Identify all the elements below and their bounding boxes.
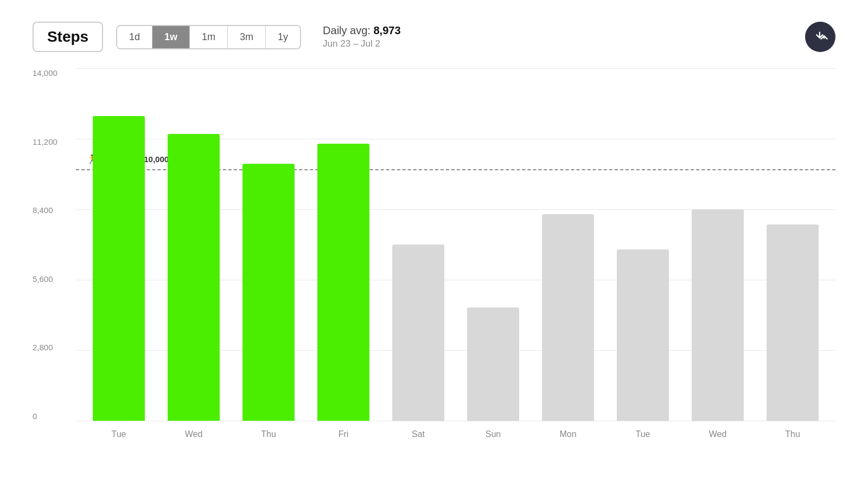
x-label-9: Thu xyxy=(760,429,825,439)
main-container: Steps 1d 1w 1m 3m 1y Daily avg: 8,973 Ju… xyxy=(0,0,868,488)
time-btn-1y[interactable]: 1y xyxy=(266,26,300,48)
x-label-6: Mon xyxy=(535,429,601,439)
bar-thu-9[interactable] xyxy=(767,224,819,421)
date-range: Jun 23 – Jul 2 xyxy=(323,38,400,49)
y-label-0: 0 xyxy=(33,412,37,421)
bar-fri-3[interactable] xyxy=(317,144,369,421)
daily-avg-line: Daily avg: 8,973 xyxy=(323,24,400,37)
collapse-button[interactable] xyxy=(805,22,835,52)
header: Steps 1d 1w 1m 3m 1y Daily avg: 8,973 Ju… xyxy=(33,22,835,52)
bar-group xyxy=(610,68,675,421)
daily-avg-label: Daily avg: xyxy=(323,24,371,36)
bar-sun-5[interactable] xyxy=(467,307,519,421)
x-label-4: Sat xyxy=(386,429,451,439)
bar-group xyxy=(236,68,301,421)
x-label-7: Tue xyxy=(610,429,675,439)
stats-panel: Daily avg: 8,973 Jun 23 – Jul 2 xyxy=(323,24,400,49)
y-axis: 14,000 11,200 8,400 5,600 2,800 0 xyxy=(33,68,71,421)
y-label-5600: 5,600 xyxy=(33,274,53,284)
bar-group xyxy=(685,68,750,421)
bar-group xyxy=(386,68,451,421)
daily-avg-value: 8,973 xyxy=(373,24,400,36)
time-selector: 1d 1w 1m 3m 1y xyxy=(116,25,301,49)
bar-group xyxy=(535,68,601,421)
x-label-1: Wed xyxy=(161,429,226,439)
y-label-2800: 2,800 xyxy=(33,343,53,352)
bar-group xyxy=(86,68,151,421)
bar-mon-6[interactable] xyxy=(542,214,594,421)
bar-group xyxy=(161,68,226,421)
x-label-3: Fri xyxy=(311,429,376,439)
chart-title: Steps xyxy=(33,22,103,52)
y-label-14000: 14,000 xyxy=(33,68,58,78)
x-label-5: Sun xyxy=(461,429,526,439)
bar-wed-1[interactable] xyxy=(168,134,220,421)
bar-tue-0[interactable] xyxy=(93,116,145,421)
time-btn-1d[interactable]: 1d xyxy=(117,26,152,48)
bar-thu-2[interactable] xyxy=(242,164,295,421)
x-label-8: Wed xyxy=(685,429,750,439)
bar-group xyxy=(760,68,825,421)
x-label-0: Tue xyxy=(86,429,151,439)
bar-group xyxy=(461,68,526,421)
time-btn-1m[interactable]: 1m xyxy=(190,26,228,48)
x-axis: TueWedThuFriSatSunMonTueWedThu xyxy=(76,421,835,448)
y-label-8400: 8,400 xyxy=(33,206,53,215)
bar-tue-7[interactable] xyxy=(617,249,669,421)
bar-wed-8[interactable] xyxy=(692,209,744,421)
time-btn-3m[interactable]: 3m xyxy=(228,26,266,48)
bars-container xyxy=(76,68,835,421)
chart-area: 14,000 11,200 8,400 5,600 2,800 0 🏃 Dail… xyxy=(33,68,835,448)
bar-group xyxy=(311,68,376,421)
x-label-2: Thu xyxy=(236,429,301,439)
chart-inner: 🏃 Daily Goal 10,000 xyxy=(76,68,835,421)
bar-sat-4[interactable] xyxy=(392,245,444,421)
y-label-11200: 11,200 xyxy=(33,137,58,146)
collapse-icon xyxy=(813,29,828,44)
time-btn-1w[interactable]: 1w xyxy=(152,26,190,48)
